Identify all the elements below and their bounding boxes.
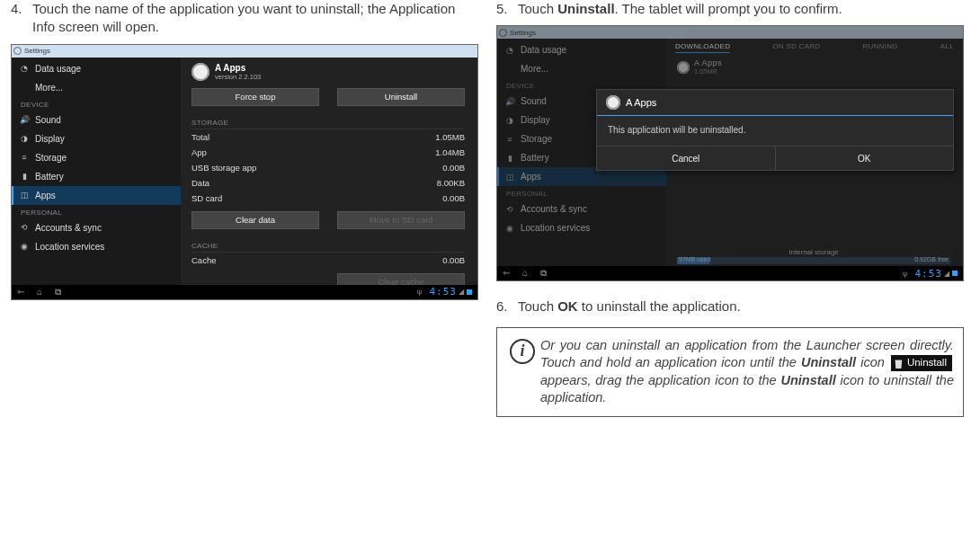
back-icon[interactable]: ⇽ bbox=[503, 268, 510, 279]
sidebar-label: Apps bbox=[35, 191, 56, 200]
sidebar-item-apps[interactable]: ◫Apps bbox=[12, 186, 181, 205]
sidebar-section-device: DEVICE bbox=[12, 97, 181, 111]
signal-icon: ◢ bbox=[944, 270, 949, 278]
usb-icon: ψ bbox=[903, 270, 908, 278]
recent-icon[interactable]: ⧉ bbox=[55, 287, 61, 298]
step-5: 5. Touch Uninstall. The tablet will prom… bbox=[496, 0, 964, 18]
sidebar-item-sound[interactable]: 🔊Sound bbox=[12, 111, 181, 129]
sidebar-item-storage[interactable]: ≡Storage bbox=[12, 148, 181, 167]
sidebar-label: Display bbox=[35, 134, 65, 144]
list-item: A Apps 1.05MB bbox=[666, 53, 963, 81]
sidebar-item-accounts[interactable]: ⟲Accounts & sync bbox=[12, 218, 181, 237]
table-row: Total1.05MB bbox=[192, 129, 465, 145]
app-size: 1.05MB bbox=[694, 67, 722, 76]
nav-bar: ⇽ ⌂ ⧉ ψ 4:53 ◢ bbox=[497, 266, 963, 280]
titlebar: Settings bbox=[12, 45, 477, 58]
step-4-text: Touch the name of the application you wa… bbox=[32, 0, 478, 37]
apps-icon: ◫ bbox=[19, 191, 30, 200]
titlebar-label: Settings bbox=[24, 47, 50, 55]
sidebar-label: Battery bbox=[521, 153, 549, 163]
sidebar-item-battery[interactable]: ▮Battery bbox=[12, 167, 181, 186]
ok-button[interactable]: OK bbox=[775, 147, 954, 170]
nav-bar: ⇽ ⌂ ⧉ ψ 4:53 ◢ bbox=[12, 285, 477, 299]
screenshot-app-info: Settings ◔Data usage More... DEVICE 🔊Sou… bbox=[11, 44, 478, 300]
cache-header: CACHE bbox=[192, 238, 465, 253]
sound-icon: 🔊 bbox=[19, 115, 30, 124]
trash-icon bbox=[894, 358, 904, 369]
data-usage-icon: ◔ bbox=[504, 46, 515, 55]
tab-sdcard[interactable]: ON SD CARD bbox=[772, 42, 820, 53]
app-icon bbox=[606, 95, 620, 110]
back-icon[interactable]: ⇽ bbox=[17, 287, 24, 298]
tab-downloaded[interactable]: DOWNLOADED bbox=[675, 42, 730, 53]
app-tabs: DOWNLOADED ON SD CARD RUNNING ALL bbox=[666, 39, 963, 53]
app-icon bbox=[677, 61, 690, 74]
location-icon: ◉ bbox=[19, 242, 30, 251]
sidebar-item-location: ◉Location services bbox=[497, 218, 666, 237]
settings-icon bbox=[13, 47, 22, 55]
sidebar-label: Storage bbox=[35, 153, 67, 163]
step-5-text: Touch Uninstall. The tablet will prompt … bbox=[518, 0, 964, 18]
display-icon: ◑ bbox=[19, 134, 30, 143]
clear-data-button[interactable]: Clear data bbox=[192, 211, 319, 229]
sidebar-label: More... bbox=[35, 83, 63, 93]
sidebar-item-data-usage[interactable]: ◔Data usage bbox=[12, 59, 181, 78]
sidebar-label: Battery bbox=[35, 172, 64, 182]
right-column: 5. Touch Uninstall. The tablet will prom… bbox=[496, 0, 964, 417]
usb-icon: ψ bbox=[417, 288, 423, 296]
app-icon bbox=[192, 63, 209, 81]
data-usage-icon: ◔ bbox=[19, 64, 30, 73]
sidebar-section-personal: PERSONAL bbox=[497, 186, 666, 200]
sidebar-label: Sound bbox=[35, 115, 61, 125]
sidebar-label: Data usage bbox=[521, 45, 566, 55]
signal-icon: ◢ bbox=[459, 288, 464, 296]
tip-box: i Or you can uninstall an application fr… bbox=[496, 327, 964, 417]
step-6-number: 6. bbox=[496, 298, 518, 315]
sidebar-label: Display bbox=[521, 115, 550, 125]
uninstall-button[interactable]: Uninstall bbox=[337, 88, 465, 106]
info-icon: i bbox=[504, 337, 540, 407]
uninstall-chip: Uninstall bbox=[891, 355, 952, 371]
titlebar: Settings bbox=[497, 26, 963, 39]
cancel-button[interactable]: Cancel bbox=[597, 147, 775, 170]
sidebar-label: Storage bbox=[521, 134, 552, 144]
force-stop-button[interactable]: Force stop bbox=[192, 88, 319, 106]
sidebar-item-display[interactable]: ◑Display bbox=[12, 129, 181, 148]
storage-free: 0.92GB free bbox=[914, 256, 949, 262]
step-4-number: 4. bbox=[11, 0, 32, 37]
table-row: Cache0.00B bbox=[192, 253, 465, 268]
table-row: App1.04MB bbox=[192, 145, 465, 160]
sidebar-item-location[interactable]: ◉Location services bbox=[12, 237, 181, 256]
battery-icon: ▮ bbox=[19, 172, 30, 181]
recent-icon[interactable]: ⧉ bbox=[540, 268, 547, 279]
sidebar-item-more: More... bbox=[497, 59, 666, 78]
app-name: A Apps bbox=[215, 63, 261, 73]
step-4: 4. Touch the name of the application you… bbox=[11, 0, 478, 37]
sidebar-item-more[interactable]: More... bbox=[12, 78, 181, 97]
dialog-message: This application will be uninstalled. bbox=[597, 116, 953, 146]
sidebar-section-personal: PERSONAL bbox=[12, 205, 181, 218]
tab-running[interactable]: RUNNING bbox=[862, 42, 897, 53]
left-column: 4. Touch the name of the application you… bbox=[11, 0, 478, 417]
table-row: SD card0.00B bbox=[192, 191, 465, 206]
sidebar-label: Accounts & sync bbox=[521, 204, 587, 214]
clock: 4:53 bbox=[915, 268, 943, 280]
storage-used: 97MB used bbox=[679, 256, 710, 262]
tab-all[interactable]: ALL bbox=[940, 42, 954, 53]
storage-header: STORAGE bbox=[192, 115, 465, 129]
storage-label: Internal storage bbox=[677, 248, 950, 256]
sidebar-label: Accounts & sync bbox=[35, 223, 102, 233]
sidebar-label: Sound bbox=[521, 96, 547, 106]
move-sd-button: Move to SD card bbox=[337, 211, 465, 229]
home-icon[interactable]: ⌂ bbox=[37, 287, 42, 298]
dialog-title: A Apps bbox=[626, 97, 656, 108]
clock: 4:53 bbox=[430, 286, 458, 298]
status-icon bbox=[467, 289, 472, 295]
sidebar-label: Location services bbox=[35, 242, 104, 252]
sidebar-item-accounts: ⟲Accounts & sync bbox=[497, 200, 666, 218]
home-icon[interactable]: ⌂ bbox=[522, 268, 528, 279]
app-name: A Apps bbox=[694, 58, 722, 67]
sidebar-label: Location services bbox=[521, 223, 590, 233]
table-row: Data8.00KB bbox=[192, 175, 465, 191]
sidebar-item-data-usage: ◔Data usage bbox=[497, 40, 666, 59]
